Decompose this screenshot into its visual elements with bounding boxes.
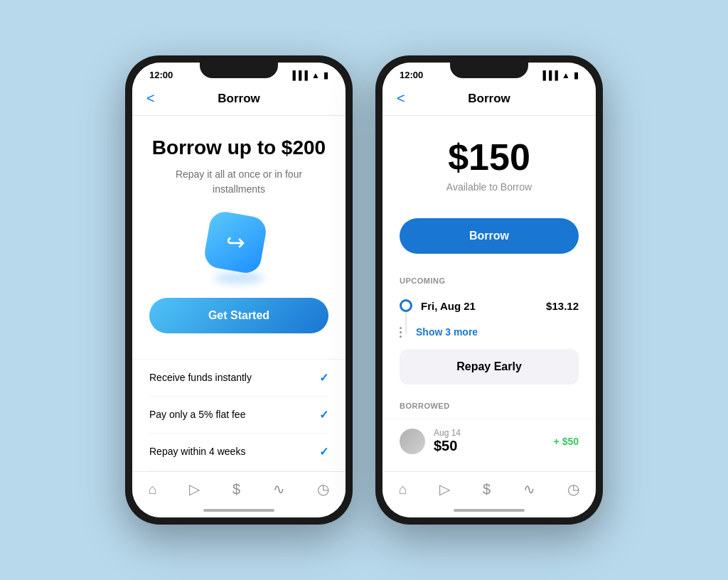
nav-title-1: Borrow <box>168 92 310 106</box>
borrowed-section: Aug 14 $50 + $50 <box>382 416 596 466</box>
play-icon-2: ▷ <box>439 480 450 498</box>
home-bar-2 <box>454 509 525 512</box>
feature-check-2: ✓ <box>319 408 328 421</box>
battery-icon-2: ▮ <box>574 70 579 80</box>
borrow-button[interactable]: Borrow <box>400 218 579 254</box>
battery-icon: ▮ <box>323 70 328 80</box>
back-button-2[interactable]: < <box>397 90 418 107</box>
tab-dollar-2[interactable]: $ <box>477 478 496 502</box>
show-more-row[interactable]: Show 3 more <box>382 321 596 343</box>
dollar-icon-2: $ <box>483 481 491 498</box>
wifi-icon: ▲ <box>311 70 320 80</box>
tab-play-2[interactable]: ▷ <box>434 478 456 502</box>
clock-icon-2: ◷ <box>567 480 579 498</box>
signal-icon-2: ▐▐▐ <box>540 70 559 80</box>
borrow-button-wrapper: Borrow <box>382 218 596 265</box>
hero-icon-wrapper: ↪ <box>149 214 328 278</box>
tab-clock-2[interactable]: ◷ <box>562 478 585 502</box>
feature-item-3: Repay within 4 weeks ✓ <box>149 434 328 471</box>
signal-icon: ▐▐▐ <box>290 70 309 80</box>
amount-section: $150 Available to Borrow <box>382 116 596 218</box>
dollar-icon: $ <box>232 481 240 498</box>
hero-subtitle: Repay it all at once or in four installm… <box>149 167 328 197</box>
home-icon: ⌂ <box>149 481 157 498</box>
home-indicator-1 <box>132 505 346 517</box>
scene: 12:00 ▐▐▐ ▲ ▮ < Borrow Borrow up to $200… <box>97 27 631 553</box>
repay-early-button[interactable]: Repay Early <box>400 349 579 385</box>
status-icons-2: ▐▐▐ ▲ ▮ <box>540 70 579 80</box>
upcoming-section-label: UPCOMING <box>382 265 596 291</box>
borrowed-item-1: Aug 14 $50 + $50 <box>382 419 596 463</box>
get-started-button[interactable]: Get Started <box>149 298 328 333</box>
tab-home-1[interactable]: ⌂ <box>143 478 163 502</box>
dot-1 <box>400 327 402 329</box>
tab-activity-1[interactable]: ∿ <box>267 478 291 502</box>
tab-clock-1[interactable]: ◷ <box>311 478 335 502</box>
hero-section: Borrow up to $200 Repay it all at once o… <box>132 116 346 359</box>
tab-bar-2: ⌂ ▷ $ ∿ ◷ <box>382 471 596 505</box>
feature-check-3: ✓ <box>319 445 328 458</box>
borrowed-left-1: Aug 14 $50 <box>400 428 461 454</box>
clock-icon: ◷ <box>317 480 329 498</box>
home-icon-2: ⌂ <box>399 481 407 498</box>
nav-title-2: Borrow <box>418 92 560 106</box>
status-bar-1: 12:00 ▐▐▐ ▲ ▮ <box>132 63 346 83</box>
amount-label: Available to Borrow <box>400 181 579 193</box>
activity-icon: ∿ <box>273 480 285 498</box>
dot-2 <box>400 331 402 333</box>
tab-activity-2[interactable]: ∿ <box>518 478 541 502</box>
status-time-2: 12:00 <box>400 70 423 80</box>
upcoming-amount-1: $13.12 <box>546 300 579 312</box>
tab-play-1[interactable]: ▷ <box>183 478 205 502</box>
activity-icon-2: ∿ <box>523 480 535 498</box>
hero-icon: ↪ <box>207 214 271 278</box>
phone-1: 12:00 ▐▐▐ ▲ ▮ < Borrow Borrow up to $200… <box>125 55 353 525</box>
borrow-arrow-icon: ↪ <box>226 229 245 256</box>
back-button-1[interactable]: < <box>146 90 168 107</box>
upcoming-date-1: Fri, Aug 21 <box>421 300 537 312</box>
phone-1-content: Borrow up to $200 Repay it all at once o… <box>132 116 346 471</box>
feature-item-1: Receive funds instantly ✓ <box>149 360 328 397</box>
dot-3 <box>400 335 402 338</box>
feature-label-1: Receive funds instantly <box>149 372 252 383</box>
home-indicator-2 <box>382 505 596 517</box>
nav-bar-1: < Borrow <box>132 83 346 116</box>
show-more-dots-icon <box>400 327 402 338</box>
wifi-icon-2: ▲ <box>562 70 570 80</box>
icon-shadow <box>214 272 264 284</box>
feature-item-2: Pay only a 5% flat fee ✓ <box>149 397 328 434</box>
feature-check-1: ✓ <box>319 371 328 385</box>
notch-1 <box>200 63 278 78</box>
borrowed-section-label: BORROWED <box>382 390 596 416</box>
borrowed-amount-1: $50 <box>434 438 461 454</box>
nav-bar-2: < Borrow <box>382 83 596 116</box>
amount-value: $150 <box>400 136 579 178</box>
feature-label-2: Pay only a 5% flat fee <box>149 409 245 420</box>
status-time-1: 12:00 <box>149 70 173 80</box>
tab-home-2[interactable]: ⌂ <box>393 478 413 502</box>
feature-label-3: Repay within 4 weeks <box>149 446 245 457</box>
hero-title: Borrow up to $200 <box>149 136 328 160</box>
feature-list: Receive funds instantly ✓ Pay only a 5% … <box>132 359 346 471</box>
upcoming-dot <box>400 299 412 312</box>
borrowed-avatar-1 <box>400 429 425 454</box>
play-icon: ▷ <box>189 480 200 498</box>
phone-2-content: $150 Available to Borrow Borrow UPCOMING… <box>382 116 596 471</box>
notch-2 <box>450 63 528 78</box>
borrowed-change-1: + $50 <box>554 436 579 447</box>
home-bar-1 <box>203 509 274 512</box>
status-icons-1: ▐▐▐ ▲ ▮ <box>290 70 328 80</box>
status-bar-2: 12:00 ▐▐▐ ▲ ▮ <box>382 63 596 83</box>
tab-bar-1: ⌂ ▷ $ ∿ ◷ <box>132 471 346 505</box>
tab-dollar-1[interactable]: $ <box>227 478 246 502</box>
phone-2: 12:00 ▐▐▐ ▲ ▮ < Borrow $150 Available to… <box>375 55 603 525</box>
borrowed-date-1: Aug 14 <box>434 428 461 438</box>
borrowed-info-1: Aug 14 $50 <box>434 428 461 454</box>
show-more-text[interactable]: Show 3 more <box>416 326 478 338</box>
borrow-diamond-icon: ↪ <box>203 209 269 275</box>
upcoming-item-1: Fri, Aug 21 $13.12 <box>382 291 596 321</box>
